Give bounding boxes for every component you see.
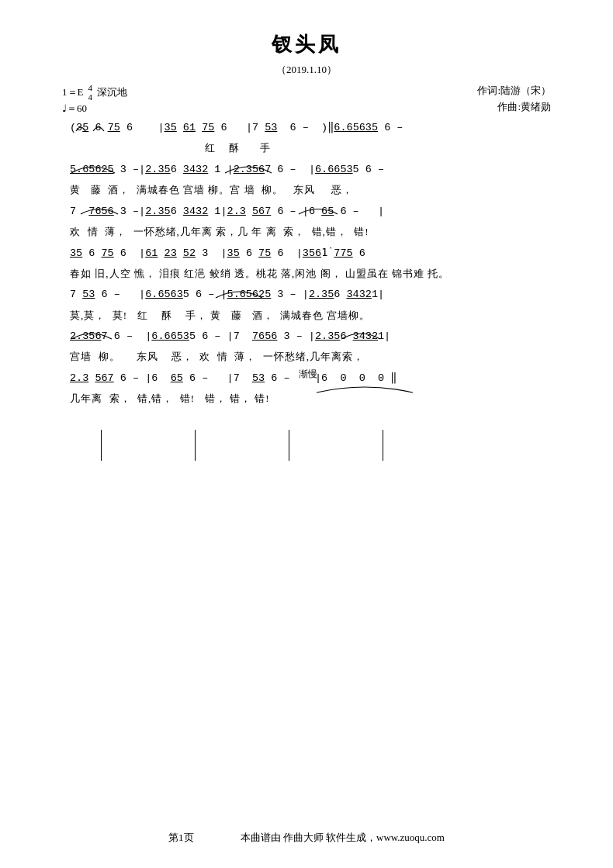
notation-3: 7 7656 3 –|2.356 3432 1|2.3 567 6 – |6 6… [70, 202, 543, 221]
page-number: 第1页 [168, 831, 194, 845]
score-row-5: 7 53 6 – |6.65635 6 – |5.65625 3 – |2.35… [70, 285, 543, 323]
lyrics-7: 几年离 索， 错,错， 错! 错， 错， 错! [70, 391, 543, 406]
notation-5: 7 53 6 – |6.65635 6 – |5.65625 3 – |2.35… [70, 285, 543, 304]
notation-2: 5.65625 3 –|2.356 3432 1 |2.3567 6 – |6.… [70, 161, 543, 179]
song-title: 钗头凤 [62, 31, 551, 58]
key-tempo-info: 1＝E 4 4 深沉地 ♩＝60 [62, 83, 127, 116]
empty-staff [70, 430, 543, 461]
score-row-7: 渐慢 2.3 567 6 – |6 65 6 – |7 53 6 – |6 0 … [70, 369, 543, 406]
notation-1: (35 6 75 6 |35 61 75 6 |7 53 6 – )‖6.656… [70, 119, 543, 137]
lyrics-2: 黄 藤 酒， 满城春色 宫墙 柳。宫 墙 柳。 东风 恶， [70, 182, 543, 198]
lyrics-6: 宫墙 柳。 东风 恶， 欢 情 薄， 一怀愁绪,几年离索， [70, 349, 543, 365]
song-subtitle: （2019.1.10） [62, 63, 551, 77]
notation-6: 2.3567 6 – |6.66535 6 – |7 7656 3 – |2.3… [70, 327, 543, 346]
tempo: ♩＝60 [62, 102, 127, 116]
lyrics-5: 莫,莫， 莫! 红 酥 手， 黄 藤 酒， 满城春色 宫墙柳。 [70, 308, 543, 323]
footer: 第1页 本曲谱由 作曲大师 软件生成，www.zuoqu.com [0, 831, 613, 845]
software-credit: 本曲谱由 作曲大师 软件生成，www.zuoqu.com [241, 831, 445, 845]
notation-4: 35 6 75 6 |61 23 52 3 |35 6 75 6 |3561̇ … [70, 244, 543, 263]
author-info: 作词:陆游（宋） 作曲:黄绪勋 [477, 83, 551, 116]
lyrics-1: 红 酥 手 [70, 140, 543, 156]
score-row-3: 7 7656 3 –|2.356 3432 1|2.3 567 6 – |6 6… [70, 202, 543, 240]
lyrics-3: 欢 情 薄， 一怀愁绪,几年离 索，几 年 离 索， 错,错， 错! [70, 224, 543, 240]
score-row-6: 2.3567 6 – |6.66535 6 – |7 7656 3 – |2.3… [70, 327, 543, 365]
score-content: (35 6 75 6 |35 61 75 6 |7 53 6 – )‖6.656… [62, 119, 551, 461]
score-row-1: (35 6 75 6 |35 61 75 6 |7 53 6 – )‖6.656… [70, 119, 543, 156]
score-row-4: 35 6 75 6 |61 23 52 3 |35 6 75 6 |3561̇ … [70, 244, 543, 282]
score-row-2: 5.65625 3 –|2.356 3432 1 |2.3567 6 – |6.… [70, 161, 543, 198]
tempo-marking: 深沉地 [97, 85, 127, 99]
lyrics-4: 春如 旧,人空 憔， 泪痕 红浥 鲛绡 透。桃花 落,闲池 阁， 山盟虽在 锦书… [70, 266, 543, 282]
key-signature: 1＝E [62, 85, 83, 99]
